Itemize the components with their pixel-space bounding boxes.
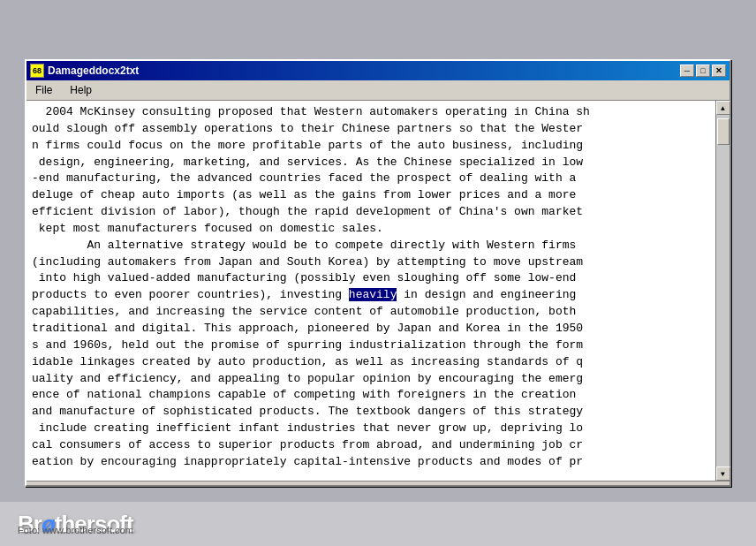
minimize-button[interactable]: ─ [680,64,694,77]
content-area: 2004 McKinsey consulting proposed that W… [26,101,730,481]
application-window: 68 Damageddocx2txt ─ □ ✕ File Help 2004 … [25,59,731,487]
scroll-thumb[interactable] [717,118,730,145]
status-bar [26,481,730,485]
desktop: 68 Damageddocx2txt ─ □ ✕ File Help 2004 … [0,0,756,546]
maximize-button[interactable]: □ [696,64,710,77]
file-menu[interactable]: File [30,82,57,98]
scroll-track [716,115,730,466]
document-text[interactable]: 2004 McKinsey consulting proposed that W… [26,101,715,481]
vertical-scrollbar[interactable]: ▲ ▼ [715,101,730,481]
help-menu[interactable]: Help [64,82,97,98]
scroll-up-button[interactable]: ▲ [716,101,730,115]
title-bar: 68 Damageddocx2txt ─ □ ✕ [26,61,730,80]
close-button[interactable]: ✕ [712,64,726,77]
foto-credit: Foto: www.brothersoft.com [18,525,133,535]
app-icon: 68 [30,64,44,78]
bottom-bar: Foto: www.brothersoft.com Brøthersoft [0,502,756,546]
scroll-down-button[interactable]: ▼ [716,466,730,481]
window-title: Damageddocx2txt [48,64,139,77]
title-bar-left: 68 Damageddocx2txt [30,64,139,78]
window-controls: ─ □ ✕ [680,64,726,77]
menu-bar: File Help [26,80,730,101]
highlighted-word: heavily [349,288,397,301]
